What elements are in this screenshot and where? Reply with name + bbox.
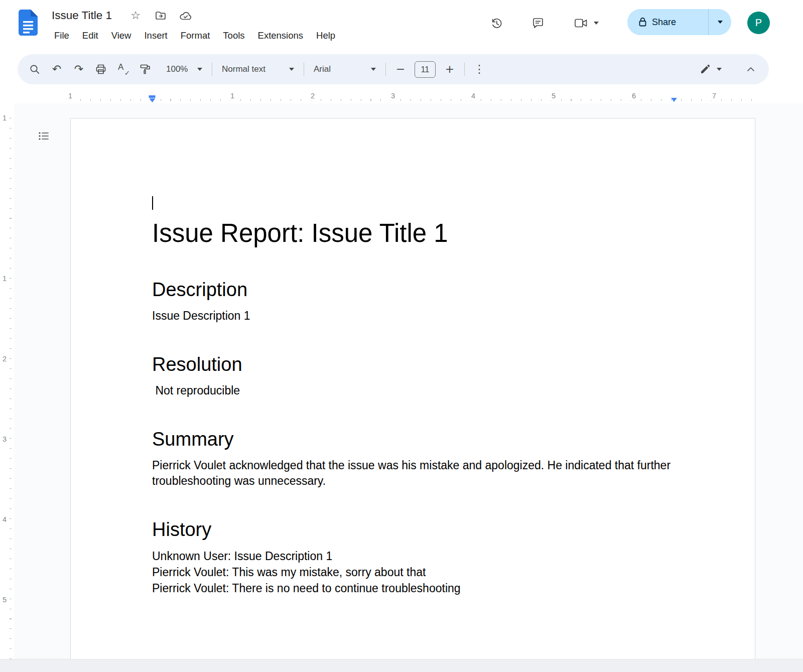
more-vertical-icon: ⋮ (474, 64, 485, 75)
chevron-down-icon (197, 68, 202, 71)
join-call-button[interactable] (571, 12, 607, 35)
toolbar-separator (464, 63, 465, 76)
description-text[interactable]: Issue Description 1 (152, 308, 675, 324)
left-indent-marker[interactable] (149, 95, 156, 102)
spellcheck-icon: A ✓ (117, 63, 129, 75)
ruler-number: 1 (228, 91, 236, 100)
menubar: File Edit View Insert Format Tools Exten… (48, 28, 342, 44)
hide-menus-button[interactable] (740, 59, 762, 79)
ruler-tick-marks (10, 118, 12, 670)
font-size-input[interactable]: 11 (415, 61, 436, 78)
right-indent-triangle-icon (671, 98, 677, 102)
horizontal-ruler: 11234567 (0, 90, 803, 103)
print-icon (95, 63, 107, 75)
document-page[interactable]: Issue Report: Issue Title 1 Description … (70, 118, 755, 672)
paint-format-button[interactable] (134, 59, 156, 79)
font-family-value: Arial (314, 64, 331, 74)
ruler-number: 1 (3, 112, 7, 124)
account-avatar[interactable]: P (747, 12, 770, 34)
chevron-up-icon (745, 64, 756, 75)
ruler-number: 3 (389, 91, 397, 100)
zoom-selector[interactable]: 100% (160, 59, 208, 79)
undo-icon: ↶ (52, 64, 61, 75)
search-menus-button[interactable] (24, 59, 46, 79)
move-to-folder-button[interactable] (153, 8, 168, 23)
paragraph-style-value: Normal text (222, 64, 265, 74)
right-indent-marker[interactable] (671, 98, 677, 102)
history-lines: Unknown User: Issue Description 1 Pierri… (152, 548, 675, 596)
menu-file[interactable]: File (48, 29, 76, 43)
menu-edit[interactable]: Edit (76, 29, 105, 43)
zoom-value: 100% (166, 64, 188, 74)
menu-format[interactable]: Format (174, 29, 217, 43)
document-name[interactable]: Issue Title 1 (52, 9, 112, 22)
history-line[interactable]: Pierrick Voulet: There is no need to con… (152, 580, 675, 596)
chevron-down-icon (718, 21, 723, 24)
history-icon (490, 17, 503, 30)
toolbar-overflow-button[interactable]: ⋮ (468, 59, 490, 79)
main-toolbar: ↶ ↷ A ✓ 100% Normal text Ar (18, 54, 769, 84)
menu-help[interactable]: Help (310, 29, 342, 43)
document-heading-title[interactable]: Issue Report: Issue Title 1 (152, 218, 675, 249)
ruler-number: 5 (3, 594, 7, 606)
first-line-indent-marker[interactable] (149, 95, 156, 98)
star-icon: ☆ (130, 10, 141, 21)
cloud-saved-icon (179, 10, 192, 21)
menu-insert[interactable]: Insert (138, 29, 174, 43)
ruler-number: 2 (3, 353, 7, 365)
document-title-bar: Issue Title 1 ☆ (52, 7, 203, 24)
version-history-button[interactable] (485, 12, 508, 35)
chevron-down-icon (717, 68, 722, 71)
redo-button[interactable]: ↷ (68, 59, 90, 79)
lock-icon (638, 17, 647, 27)
menu-tools[interactable]: Tools (216, 29, 251, 43)
paint-roller-icon (139, 63, 151, 75)
video-camera-icon (574, 18, 588, 29)
ruler-number: 1 (66, 91, 74, 100)
search-icon (29, 63, 41, 75)
section-heading-summary[interactable]: Summary (152, 428, 675, 451)
spelling-grammar-check-button[interactable]: A ✓ (112, 59, 134, 79)
vertical-ruler: 112345 (0, 103, 14, 672)
section-heading-description[interactable]: Description (152, 278, 675, 301)
history-line[interactable]: Pierrick Voulet: This was my mistake, so… (152, 564, 675, 580)
ruler-number: 1 (3, 273, 7, 285)
ruler-number: 2 (309, 91, 317, 100)
open-comments-button[interactable] (526, 12, 550, 35)
font-family-selector[interactable]: Arial (308, 59, 382, 79)
toolbar-separator (385, 63, 386, 76)
share-options-button[interactable] (708, 9, 731, 35)
history-line[interactable]: Unknown User: Issue Description 1 (152, 548, 675, 564)
document-status-button[interactable] (178, 8, 193, 23)
empty-first-line[interactable] (152, 195, 675, 212)
menu-view[interactable]: View (105, 29, 138, 43)
text-cursor (152, 196, 153, 210)
google-docs-logo-icon[interactable] (19, 10, 38, 36)
toolbar-separator (212, 63, 212, 76)
decrease-font-size-button[interactable]: − (389, 59, 412, 79)
chevron-down-icon (594, 22, 599, 25)
star-button[interactable]: ☆ (128, 8, 143, 23)
share-button[interactable]: Share (627, 9, 731, 35)
section-heading-resolution[interactable]: Resolution (152, 353, 675, 376)
increase-font-size-button[interactable]: + (439, 59, 461, 79)
ruler-number: 4 (3, 513, 7, 525)
editing-mode-selector[interactable] (695, 59, 727, 79)
chevron-down-icon (289, 68, 294, 71)
undo-button[interactable]: ↶ (46, 59, 68, 79)
outline-list-icon (37, 129, 50, 143)
section-heading-history[interactable]: History (152, 518, 675, 541)
minus-icon: − (396, 64, 405, 75)
document-outline-button[interactable] (33, 125, 54, 147)
ruler-number: 3 (3, 433, 7, 445)
resolution-text[interactable]: Not reproducible (152, 383, 675, 398)
folder-move-icon (155, 10, 167, 22)
print-button[interactable] (90, 59, 112, 79)
paragraph-style-selector[interactable]: Normal text (216, 59, 300, 79)
pencil-icon (700, 64, 711, 75)
share-button-main[interactable]: Share (627, 9, 708, 35)
summary-text[interactable]: Pierrick Voulet acknowledged that the is… (152, 458, 675, 489)
horizontal-scrollbar-track[interactable] (0, 659, 803, 672)
menu-extensions[interactable]: Extensions (251, 29, 310, 43)
toolbar-separator (304, 63, 304, 76)
